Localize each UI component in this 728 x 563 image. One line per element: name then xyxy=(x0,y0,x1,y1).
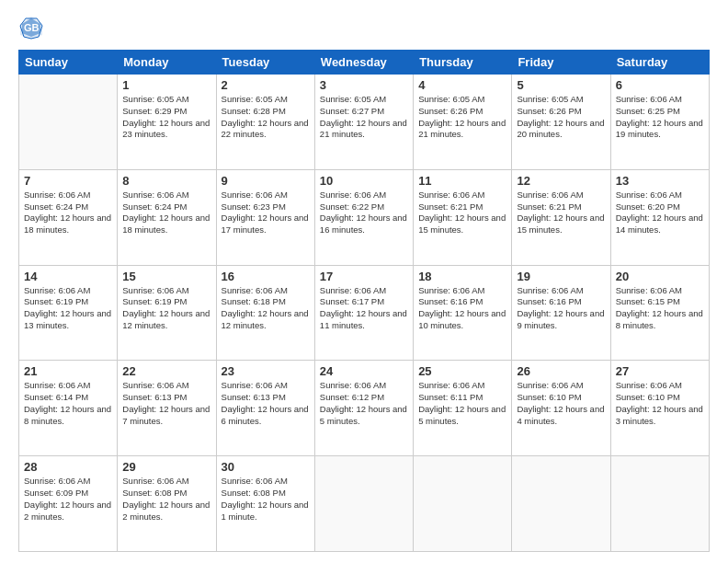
calendar-cell: 26Sunrise: 6:06 AMSunset: 6:10 PMDayligh… xyxy=(512,361,610,456)
day-info: Sunrise: 6:06 AMSunset: 6:19 PMDaylight:… xyxy=(24,285,112,332)
day-info: Sunrise: 6:06 AMSunset: 6:08 PMDaylight:… xyxy=(122,476,210,523)
day-number: 8 xyxy=(122,174,210,188)
day-info: Sunrise: 6:06 AMSunset: 6:16 PMDaylight:… xyxy=(418,285,506,332)
calendar-cell xyxy=(414,456,512,552)
calendar-cell: 29Sunrise: 6:06 AMSunset: 6:08 PMDayligh… xyxy=(118,456,216,552)
weekday-header: Saturday xyxy=(610,51,709,75)
day-number: 29 xyxy=(122,460,210,474)
day-info: Sunrise: 6:06 AMSunset: 6:25 PMDaylight:… xyxy=(616,94,704,141)
day-info: Sunrise: 6:06 AMSunset: 6:14 PMDaylight:… xyxy=(24,380,112,427)
day-info: Sunrise: 6:05 AMSunset: 6:26 PMDaylight:… xyxy=(517,94,605,141)
day-info: Sunrise: 6:06 AMSunset: 6:17 PMDaylight:… xyxy=(320,285,408,332)
day-number: 7 xyxy=(24,174,112,188)
calendar-table: SundayMondayTuesdayWednesdayThursdayFrid… xyxy=(18,50,710,552)
calendar-cell: 10Sunrise: 6:06 AMSunset: 6:22 PMDayligh… xyxy=(314,169,413,265)
day-number: 23 xyxy=(222,364,310,378)
calendar-cell: 27Sunrise: 6:06 AMSunset: 6:10 PMDayligh… xyxy=(610,361,709,456)
day-number: 30 xyxy=(222,460,310,474)
day-number: 13 xyxy=(616,174,704,188)
day-number: 17 xyxy=(320,270,408,283)
logo: GB xyxy=(18,15,48,40)
calendar-cell: 12Sunrise: 6:06 AMSunset: 6:21 PMDayligh… xyxy=(512,169,610,265)
day-info: Sunrise: 6:06 AMSunset: 6:10 PMDaylight:… xyxy=(517,380,605,427)
day-info: Sunrise: 6:06 AMSunset: 6:09 PMDaylight:… xyxy=(24,476,112,523)
day-number: 4 xyxy=(418,78,506,92)
weekday-header: Monday xyxy=(118,51,216,75)
day-info: Sunrise: 6:06 AMSunset: 6:10 PMDaylight:… xyxy=(616,380,704,427)
day-info: Sunrise: 6:05 AMSunset: 6:29 PMDaylight:… xyxy=(122,94,210,141)
day-number: 10 xyxy=(320,174,408,188)
calendar-cell: 22Sunrise: 6:06 AMSunset: 6:13 PMDayligh… xyxy=(118,361,216,456)
weekday-header: Thursday xyxy=(414,51,512,75)
day-info: Sunrise: 6:06 AMSunset: 6:19 PMDaylight:… xyxy=(122,285,210,332)
calendar-cell: 13Sunrise: 6:06 AMSunset: 6:20 PMDayligh… xyxy=(610,169,709,265)
calendar-cell: 6Sunrise: 6:06 AMSunset: 6:25 PMDaylight… xyxy=(610,75,709,170)
calendar-cell: 21Sunrise: 6:06 AMSunset: 6:14 PMDayligh… xyxy=(19,361,118,456)
calendar-cell xyxy=(19,75,118,170)
calendar-cell xyxy=(610,456,709,552)
calendar-cell: 11Sunrise: 6:06 AMSunset: 6:21 PMDayligh… xyxy=(414,169,512,265)
calendar-cell xyxy=(512,456,610,552)
calendar-cell: 30Sunrise: 6:06 AMSunset: 6:08 PMDayligh… xyxy=(216,456,314,552)
day-number: 6 xyxy=(616,78,704,92)
calendar-cell: 23Sunrise: 6:06 AMSunset: 6:13 PMDayligh… xyxy=(216,361,314,456)
calendar-cell: 7Sunrise: 6:06 AMSunset: 6:24 PMDaylight… xyxy=(19,169,118,265)
day-info: Sunrise: 6:06 AMSunset: 6:18 PMDaylight:… xyxy=(222,285,310,332)
weekday-header: Tuesday xyxy=(216,51,314,75)
calendar-cell: 18Sunrise: 6:06 AMSunset: 6:16 PMDayligh… xyxy=(414,265,512,361)
day-number: 3 xyxy=(320,78,408,92)
calendar-cell xyxy=(314,456,413,552)
calendar-cell: 20Sunrise: 6:06 AMSunset: 6:15 PMDayligh… xyxy=(610,265,709,361)
calendar-cell: 24Sunrise: 6:06 AMSunset: 6:12 PMDayligh… xyxy=(314,361,413,456)
day-info: Sunrise: 6:06 AMSunset: 6:21 PMDaylight:… xyxy=(418,190,506,236)
day-info: Sunrise: 6:06 AMSunset: 6:16 PMDaylight:… xyxy=(517,285,605,332)
page: GB SundayMondayTuesdayWednesdayThursdayF… xyxy=(0,0,728,563)
day-number: 11 xyxy=(418,174,506,188)
day-number: 22 xyxy=(122,364,210,378)
day-number: 28 xyxy=(24,460,112,474)
day-number: 24 xyxy=(320,364,408,378)
calendar-cell: 28Sunrise: 6:06 AMSunset: 6:09 PMDayligh… xyxy=(19,456,118,552)
calendar-cell: 9Sunrise: 6:06 AMSunset: 6:23 PMDaylight… xyxy=(216,169,314,265)
calendar-cell: 1Sunrise: 6:05 AMSunset: 6:29 PMDaylight… xyxy=(118,75,216,170)
day-info: Sunrise: 6:06 AMSunset: 6:15 PMDaylight:… xyxy=(616,285,704,332)
day-info: Sunrise: 6:06 AMSunset: 6:24 PMDaylight:… xyxy=(122,190,210,236)
calendar-cell: 2Sunrise: 6:05 AMSunset: 6:28 PMDaylight… xyxy=(216,75,314,170)
day-number: 21 xyxy=(24,364,112,378)
day-info: Sunrise: 6:06 AMSunset: 6:22 PMDaylight:… xyxy=(320,190,408,236)
svg-text:GB: GB xyxy=(24,22,40,33)
day-number: 26 xyxy=(517,364,605,378)
day-info: Sunrise: 6:06 AMSunset: 6:21 PMDaylight:… xyxy=(517,190,605,236)
weekday-header: Friday xyxy=(512,51,610,75)
day-number: 18 xyxy=(418,270,506,283)
calendar-cell: 25Sunrise: 6:06 AMSunset: 6:11 PMDayligh… xyxy=(414,361,512,456)
calendar-cell: 8Sunrise: 6:06 AMSunset: 6:24 PMDaylight… xyxy=(118,169,216,265)
calendar-cell: 4Sunrise: 6:05 AMSunset: 6:26 PMDaylight… xyxy=(414,75,512,170)
calendar-cell: 5Sunrise: 6:05 AMSunset: 6:26 PMDaylight… xyxy=(512,75,610,170)
day-number: 20 xyxy=(616,270,704,283)
day-number: 16 xyxy=(222,270,310,283)
day-info: Sunrise: 6:06 AMSunset: 6:11 PMDaylight:… xyxy=(418,380,506,427)
calendar-cell: 16Sunrise: 6:06 AMSunset: 6:18 PMDayligh… xyxy=(216,265,314,361)
day-info: Sunrise: 6:06 AMSunset: 6:12 PMDaylight:… xyxy=(320,380,408,427)
day-number: 19 xyxy=(517,270,605,283)
day-info: Sunrise: 6:06 AMSunset: 6:23 PMDaylight:… xyxy=(222,190,310,236)
calendar-cell: 17Sunrise: 6:06 AMSunset: 6:17 PMDayligh… xyxy=(314,265,413,361)
weekday-header: Wednesday xyxy=(314,51,413,75)
day-info: Sunrise: 6:06 AMSunset: 6:13 PMDaylight:… xyxy=(122,380,210,427)
day-number: 25 xyxy=(418,364,506,378)
day-number: 14 xyxy=(24,270,112,283)
day-info: Sunrise: 6:05 AMSunset: 6:28 PMDaylight:… xyxy=(222,94,310,141)
day-number: 5 xyxy=(517,78,605,92)
day-info: Sunrise: 6:06 AMSunset: 6:08 PMDaylight:… xyxy=(222,476,310,523)
calendar-cell: 14Sunrise: 6:06 AMSunset: 6:19 PMDayligh… xyxy=(19,265,118,361)
calendar-cell: 15Sunrise: 6:06 AMSunset: 6:19 PMDayligh… xyxy=(118,265,216,361)
day-number: 1 xyxy=(122,78,210,92)
day-number: 15 xyxy=(122,270,210,283)
day-info: Sunrise: 6:05 AMSunset: 6:26 PMDaylight:… xyxy=(418,94,506,141)
weekday-header: Sunday xyxy=(19,51,118,75)
day-number: 2 xyxy=(222,78,310,92)
calendar-cell: 3Sunrise: 6:05 AMSunset: 6:27 PMDaylight… xyxy=(314,75,413,170)
day-info: Sunrise: 6:06 AMSunset: 6:24 PMDaylight:… xyxy=(24,190,112,236)
day-number: 12 xyxy=(517,174,605,188)
